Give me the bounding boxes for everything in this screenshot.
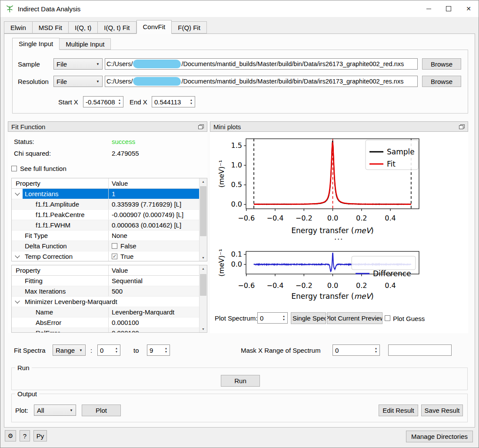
maximize-button[interactable] [439, 0, 459, 17]
property-row-temp-correction[interactable]: Temp Correction✓True [12, 251, 199, 261]
sample-fit-plot-canvas[interactable]: −0.6−0.4−0.20.00.20.40.00.51.01.5Energy … [217, 136, 465, 239]
svg-text:0.4: 0.4 [385, 214, 396, 222]
help-button[interactable]: ? [20, 430, 30, 441]
run-button[interactable]: Run [221, 375, 260, 387]
tab-msd-fit[interactable]: MSD Fit [33, 21, 69, 33]
value-checkbox[interactable]: ✓ [112, 254, 117, 259]
property-row-delta-function[interactable]: Delta FunctionFalse [12, 241, 199, 251]
fit-spectra-from-spinbox[interactable]: 0 ▲▼ [97, 344, 120, 356]
fit-spectra-to-spinbox[interactable]: 9 ▲▼ [147, 344, 170, 356]
scrollbar[interactable]: ▲ ▼ [199, 265, 207, 332]
manage-directories-button[interactable]: Manage Directories [406, 431, 473, 442]
undock-icon[interactable] [459, 124, 465, 129]
plot-current-preview-button[interactable]: Plot Current Preview [327, 312, 383, 324]
property-value: 0.000100 [112, 328, 139, 333]
plot-output-select[interactable]: All▼ [34, 405, 76, 416]
start-x-spinbox[interactable]: -0.547608 ▲▼ [83, 96, 123, 107]
chevron-down-icon: ▼ [67, 408, 73, 412]
resolution-path-input[interactable]: C:/Users//Documents/mantid_builds/Master… [105, 76, 418, 87]
svg-text:0.5: 0.5 [231, 181, 242, 189]
fit-spectra-mode-select[interactable]: Range▼ [53, 344, 86, 356]
difference-plot-canvas[interactable]: −0.6−0.4−0.20.00.20.40.00.1Energy transf… [217, 246, 465, 301]
scroll-down-icon[interactable]: ▼ [200, 326, 207, 332]
tab-convfit[interactable]: ConvFit [136, 20, 172, 34]
indirect-data-analysis-window: Indirect Data Analysis ✕ ElwinMSD FitI(Q… [0, 0, 479, 448]
scrollbar[interactable]: ▲ ▼ [199, 178, 207, 261]
property-name: Lorentzians [25, 189, 59, 199]
property-row-f1-f1-amplitude[interactable]: f1.f1.Amplitude0.335939 (7.716929) [L] [12, 199, 199, 210]
see-full-function-checkbox[interactable]: See full function [11, 165, 67, 172]
splitter-handle[interactable]: ··· [210, 235, 468, 243]
tab-f-q-fit[interactable]: F(Q) Fit [172, 21, 207, 33]
scroll-up-icon[interactable]: ▲ [200, 265, 207, 272]
minimize-button[interactable] [419, 0, 439, 17]
plot-spectrum-spinbox[interactable]: 0 ▲▼ [257, 312, 288, 324]
spin-arrows-icon[interactable]: ▲▼ [373, 345, 379, 355]
end-x-spinbox[interactable]: 0.544113 ▲▼ [152, 96, 195, 107]
expand-chevron-icon[interactable] [15, 253, 20, 258]
property-name: Max Iterations [25, 287, 66, 296]
title-bar: Indirect Data Analysis ✕ [0, 0, 479, 17]
fit-function-body: Status: success Chi squared: 2.479055 Se… [8, 132, 207, 333]
spin-arrows-icon[interactable]: ▲▼ [116, 97, 123, 107]
plot-guess-checkbox[interactable] [385, 315, 390, 321]
tab-i-q-t-fit[interactable]: I(Q, t) Fit [98, 21, 136, 33]
expand-chevron-icon[interactable] [15, 191, 20, 195]
resolution-source-select[interactable]: File▼ [53, 76, 103, 87]
spin-arrows-icon[interactable]: ▲▼ [188, 97, 195, 107]
mask-spectrum-spinbox[interactable]: 0 ▲▼ [333, 344, 380, 356]
scroll-up-icon[interactable]: ▲ [200, 178, 207, 185]
plot-output-button[interactable]: Plot [82, 405, 121, 416]
convfit-tab-pane: Single InputMultiple Input Sample File▼ … [4, 33, 475, 428]
mini-plots-panel: Mini plots −0.6−0.4−0.20.00.20.40.00.51.… [210, 121, 468, 333]
svg-text:−0.6: −0.6 [238, 214, 255, 222]
property-name: f1.f1.FWHM [36, 221, 70, 230]
property-row-lorentzians[interactable]: Lorentzians1 [12, 189, 199, 199]
checkbox-icon[interactable] [11, 166, 17, 171]
undock-icon[interactable] [198, 124, 204, 129]
property-row-fit-type[interactable]: Fit TypeNone [12, 231, 199, 241]
chevron-down-icon: ▼ [93, 80, 100, 84]
property-row-name[interactable]: NameLevenberg-Marquardt [12, 307, 199, 318]
output-group-label: Output [15, 390, 39, 398]
plot-spectrum-label: Plot Spectrum: [215, 314, 257, 322]
scroll-down-icon[interactable]: ▼ [200, 254, 207, 261]
sample-source-select[interactable]: File▼ [53, 58, 103, 70]
property-row-f1-f1-peakcentre[interactable]: f1.f1.PeakCentre-0.000907 (0.000749) [L] [12, 210, 199, 220]
property-row-minimizer-levenberg-marquardt[interactable]: Minimizer Levenberg-Marquardt [12, 297, 199, 307]
property-row-max-iterations[interactable]: Max Iterations500 [12, 286, 199, 297]
input-frame: Sample File▼ C:/Users//Documents/mantid_… [12, 50, 468, 114]
tab-elwin[interactable]: Elwin [4, 21, 33, 33]
scrollbar-thumb[interactable] [200, 186, 206, 236]
spin-arrows-icon[interactable]: ▲▼ [163, 345, 170, 355]
save-result-button[interactable]: Save Result [421, 405, 463, 416]
expand-chevron-icon[interactable] [15, 298, 20, 303]
value-checkbox[interactable] [112, 243, 117, 249]
legend-label-difference: Difference [373, 269, 411, 278]
status-label: Status: [14, 138, 34, 145]
mask-range-input[interactable] [388, 344, 452, 356]
settings-button[interactable]: ⚙ [5, 430, 16, 441]
mini-plots-body: −0.6−0.4−0.20.00.20.40.00.51.01.5Energy … [210, 132, 468, 333]
property-row-f1-f1-fwhm[interactable]: f1.f1.FWHM0.000063 (0.001462) [L] [12, 220, 199, 231]
single-spectrum-button[interactable]: Single Spectrum [291, 312, 326, 324]
spin-arrows-icon[interactable]: ▲▼ [280, 313, 287, 323]
scrollbar-thumb[interactable] [200, 274, 206, 296]
sample-path-input[interactable]: C:/Users//Documents/mantid_builds/Master… [105, 58, 418, 70]
resolution-browse-button[interactable]: Browse [422, 76, 461, 87]
python-button[interactable]: Py [33, 430, 47, 441]
property-row-fitting[interactable]: FittingSequential [12, 276, 199, 286]
svg-text:0.2: 0.2 [356, 281, 367, 290]
property-row-relerror[interactable]: RelError0.000100 [12, 328, 199, 332]
edit-result-button[interactable]: Edit Result [379, 405, 418, 416]
footer-bar: ⚙ ? Py Manage Directories [0, 428, 479, 448]
subtab-single-input[interactable]: Single Input [12, 38, 60, 50]
tab-i-q-t[interactable]: I(Q, t) [69, 21, 98, 33]
property-row-abserror[interactable]: AbsError0.000100 [12, 318, 199, 328]
svg-text:0.2: 0.2 [356, 214, 367, 222]
subtab-multiple-input[interactable]: Multiple Input [60, 38, 111, 50]
plot-guess-label: Plot Guess [393, 315, 425, 322]
spin-arrows-icon[interactable]: ▲▼ [113, 345, 120, 355]
close-button[interactable]: ✕ [459, 0, 479, 17]
sample-browse-button[interactable]: Browse [422, 58, 461, 70]
